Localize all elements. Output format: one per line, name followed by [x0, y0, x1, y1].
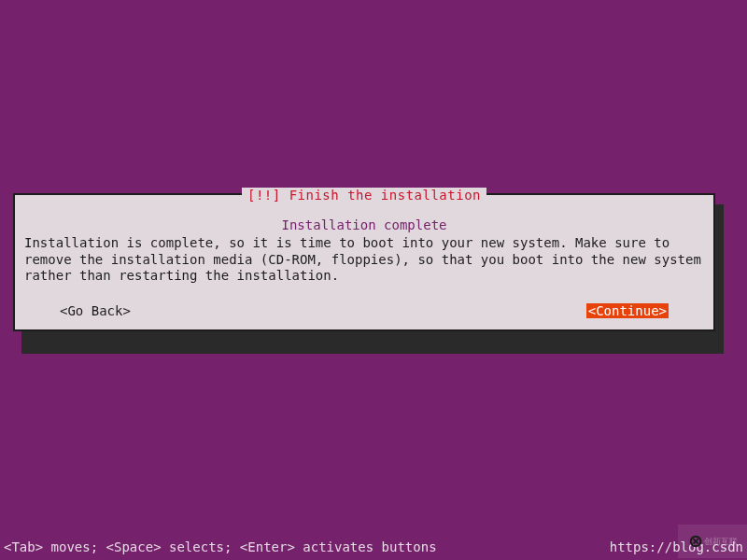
dialog-subtitle: Installation complete [24, 217, 704, 232]
continue-button[interactable]: <Continue> [586, 303, 669, 318]
go-back-button[interactable]: <Go Back> [60, 303, 131, 318]
finish-installation-dialog: [!!] Finish the installation Installatio… [13, 193, 715, 331]
source-url-text: https://blog.csdn [610, 539, 743, 554]
dialog-title-wrap: [!!] Finish the installation [24, 201, 704, 214]
dialog-body-text: Installation is complete, so it is time … [24, 235, 704, 285]
status-help-text: <Tab> moves; <Space> selects; <Enter> ac… [4, 539, 437, 554]
dialog-button-row: <Go Back> <Continue> [24, 303, 704, 318]
dialog-title: [!!] Finish the installation [242, 188, 486, 203]
status-bar: <Tab> moves; <Space> selects; <Enter> ac… [4, 539, 743, 554]
